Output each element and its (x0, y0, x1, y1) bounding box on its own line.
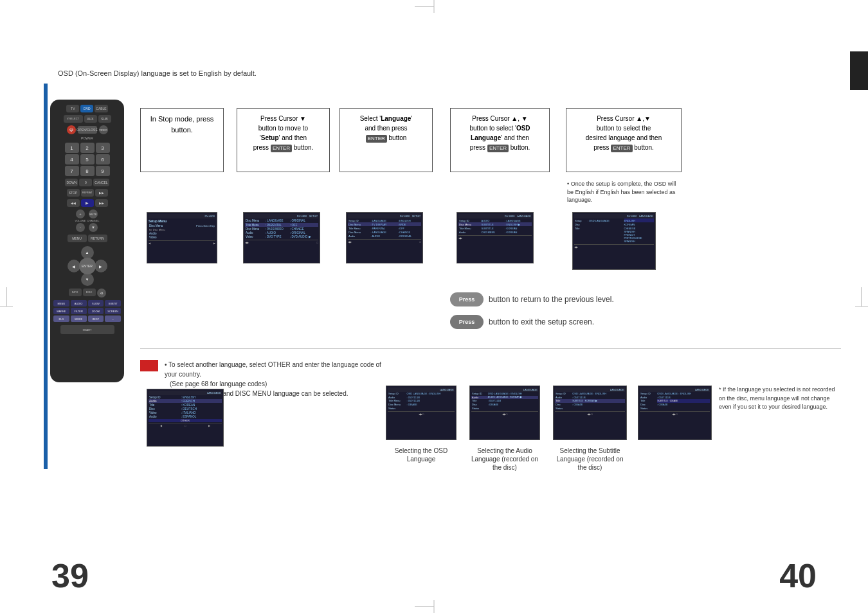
step2-text: Press Cursor ▼button to move to'Setup' a… (242, 114, 324, 152)
vol-up: + (76, 209, 85, 218)
step5-screen: DV-4800 LANGUAGE Setup: OSD LANGUAGEENGL… (572, 212, 656, 270)
num-0: 0 (79, 179, 92, 186)
play-btn: ▶ (81, 199, 94, 207)
mute-btn: MUTE (89, 209, 98, 218)
left-accent-bar (44, 84, 48, 469)
bottom-note1: • To select another language, select OTH… (165, 360, 383, 379)
remote-control: TV DVD CABLE V.SELECT AUX SUB ⏻ OPEN/CLO… (50, 100, 124, 382)
btn-marker: MARKE (53, 308, 69, 314)
page-number-right: 40 (779, 556, 817, 595)
vol-control: + VOLUME - (75, 209, 86, 232)
page: OSD (On-Screen Display) language is set … (0, 0, 868, 613)
info-btn: INFO (69, 289, 82, 296)
num-7: 7 (65, 166, 79, 176)
bottom-screen-osd: LANGUAGE Setup IDOSD LANGUAGE : ENGLISH … (386, 386, 457, 440)
remote-label-bar: SMART (60, 325, 114, 334)
top-crosshair-h (415, 6, 434, 7)
bottom-right-note: * If the language you selected is not re… (719, 386, 838, 412)
btn-menu: MENU (53, 300, 69, 306)
btn-screen: SCREEN (105, 308, 121, 314)
dvd-btn: DVD (80, 105, 93, 112)
left-crosshair-v (6, 287, 7, 306)
btn-audio: AUDIO (71, 300, 87, 306)
step1-box: In Stop mode, press button. (140, 108, 224, 172)
label-osd: Selecting the OSD Language (386, 447, 457, 463)
exit-line: Press button to exit the setup screen. (450, 315, 810, 329)
dpad-down: ▼ (81, 273, 94, 286)
btn-subtitle: SUBTIT (105, 300, 121, 306)
menu-row: MENU RETURN (68, 235, 107, 242)
num-1: 1 (65, 143, 79, 153)
rew-btn: ◀◀ (67, 199, 80, 207)
remote-source-row: V.SELECT AUX SUB (64, 115, 111, 123)
return-btn: RETURN (88, 235, 107, 242)
cable-btn: CABLE (95, 105, 107, 112)
bottom-screen-lang: LANGUAGE Setup ID: ENGLISH Audio: FRENCH… (147, 389, 224, 447)
power-btn: ⏻ (67, 125, 76, 134)
next-btn: ▶▶ (95, 189, 108, 197)
right-tab (850, 51, 868, 90)
bottom-screen-subtitle: LANGUAGE Setup IDOSD LANGUAGE : ENGLISH … (553, 386, 627, 440)
step4-text: Press Cursor ▲, ▼button to select 'OSDLa… (456, 114, 544, 152)
aux-circle-btn: ⏻ (97, 289, 106, 298)
step2-box: Press Cursor ▼button to move to'Setup' a… (237, 108, 330, 172)
ch-down: ▼ (89, 223, 98, 232)
dpad-up: ▲ (81, 246, 94, 259)
transport-row2: ◀◀ ▶ ▶▶ (67, 199, 108, 207)
power-label: POWER (81, 136, 93, 140)
step5-text: Press Cursor ▲,▼button to select thedesi… (572, 114, 676, 152)
menu-btn: MENU (68, 235, 87, 242)
num-6: 6 (96, 154, 110, 164)
disc-btn: DISC (83, 289, 96, 296)
num-2: 2 (80, 143, 95, 153)
remote-numpad: 1 2 3 4 5 6 7 8 9 (65, 143, 110, 176)
red-indicator (140, 360, 158, 371)
remote-down-row: DOWN 0 CANCEL (65, 179, 109, 186)
right-crosshair-v (861, 287, 862, 306)
open-close-btn: OPEN/CLOSE (78, 126, 97, 134)
vol-row: + VOLUME - MUTE CHANNEL ▼ (75, 209, 99, 232)
return-nav-btn: Press (450, 292, 484, 306)
btn-best: BEST (88, 315, 104, 322)
step3-box: Select 'Language'and then pressENTER but… (339, 108, 433, 172)
return-text: button to return to the previous level. (489, 295, 614, 304)
dpad: ▲ ▼ ◀ ▶ ENTER (68, 246, 107, 286)
dpad-right: ▶ (95, 260, 107, 272)
divider-line (140, 348, 841, 349)
btn-els: ELS (53, 315, 69, 322)
num-3: 3 (96, 143, 110, 153)
label-subtitle: Selecting the Subtitle Language (recorde… (553, 447, 627, 472)
aux-btn: AUX (84, 115, 97, 123)
remote-power-row: ⏻ OPEN/CLOSE VIDEO (67, 125, 108, 134)
top-note: OSD (On-Screen Display) language is set … (58, 69, 257, 77)
step4-box: Press Cursor ▲, ▼button to select 'OSDLa… (450, 108, 550, 172)
label-audio: Selecting the Audio Language (recorded o… (469, 447, 540, 472)
right-crosshair-h (855, 306, 868, 307)
video-btn: VIDEO (99, 125, 108, 134)
page-number-left: 39 (51, 556, 89, 595)
btn-filter: FILTER (71, 308, 87, 314)
step2-screen: DV-4800 SETUP Disc Menu: LANGUAGE: ORIGI… (243, 212, 320, 263)
cancel-btn: CANCEL (93, 179, 109, 186)
num-4: 4 (65, 154, 79, 164)
dpad-center-enter: ENTER (79, 258, 96, 274)
btn-extra: ... (105, 315, 121, 322)
bottom-screen-4: LANGUAGE Setup IDOSD LANGUAGE : ENGLISH … (638, 386, 712, 440)
dpad-left: ◀ (68, 260, 80, 272)
num-5: 5 (80, 154, 95, 164)
step1-text: In Stop mode, press button. (146, 114, 218, 135)
step4-screen: DV-4800 LANGUAGE Setup IDAUDIO: LANGUAGE… (457, 212, 534, 263)
bottom-note2: (See page 68 for language codes) (165, 379, 383, 389)
btn-mode: MODE (71, 315, 87, 322)
vol-label: VOLUME (75, 219, 86, 222)
exit-text: button to exit the setup screen. (489, 317, 594, 326)
sub-btn: SUB (98, 115, 111, 123)
num-8: 8 (80, 166, 95, 176)
num-9: 9 (96, 166, 110, 176)
remote-bottom-grid: MENU AUDIO SLOW SUBTIT MARKE FILTER ZOOM… (53, 300, 121, 322)
btn-zoom: ZOOM (88, 308, 104, 314)
step3-text: Select 'Language'and then pressENTER but… (345, 114, 427, 143)
return-line: Press button to return to the previous l… (450, 292, 810, 306)
bottom-crosshair-v (434, 600, 435, 613)
exit-nav-btn: Press (450, 315, 484, 329)
